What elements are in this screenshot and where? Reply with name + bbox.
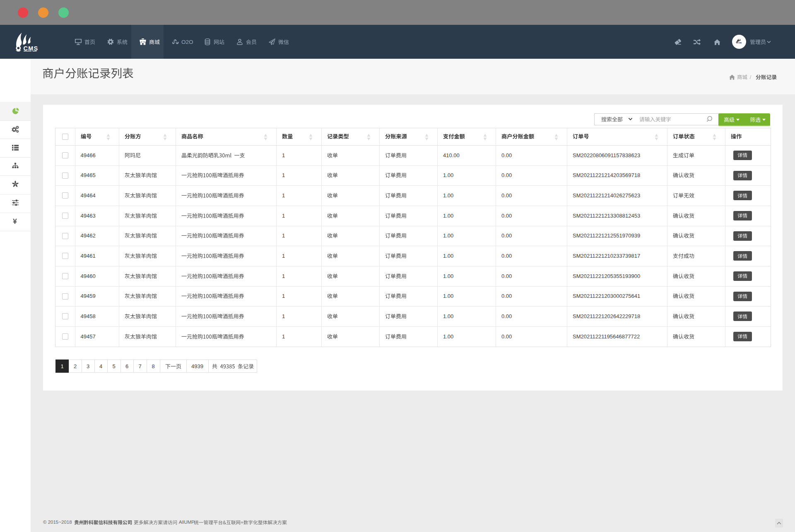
- svg-text:CMS: CMS: [738, 42, 742, 44]
- svg-text:CMS: CMS: [24, 45, 39, 52]
